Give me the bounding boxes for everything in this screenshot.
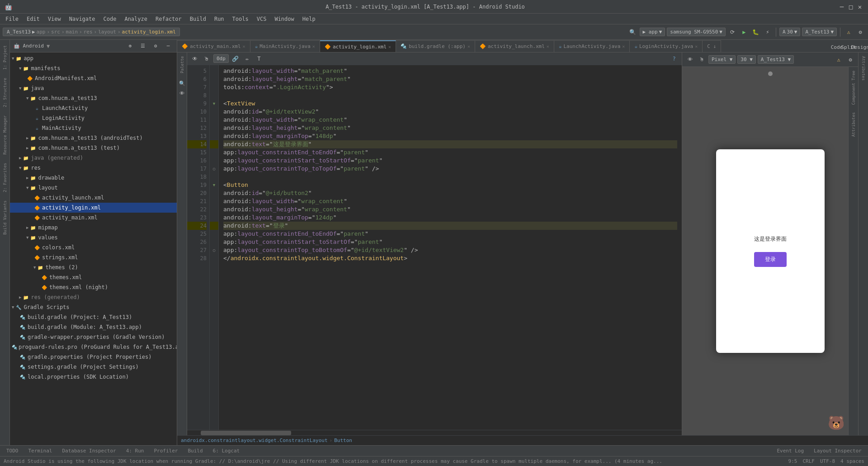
menu-help[interactable]: Help — [299, 15, 319, 23]
tab-close[interactable]: ✕ — [243, 44, 245, 49]
preview-api-dropdown[interactable]: 30 ▼ — [737, 55, 756, 64]
preview-pixel-dropdown[interactable]: Pixel ▼ — [708, 55, 736, 64]
tab-close[interactable]: ✕ — [695, 44, 698, 49]
bottom-tab-build[interactable]: Build — [183, 447, 207, 455]
tree-item-mainactivity[interactable]: ☕ MainActivity — [10, 123, 177, 133]
favorites-tab[interactable]: 2: Favorites — [1, 159, 9, 196]
tree-item-androidmanifest[interactable]: 🔶 AndroidManifest.xml — [10, 73, 177, 83]
tree-item-values[interactable]: ▼ 📁 values — [10, 233, 177, 243]
tree-item-manifests[interactable]: ▼ 📁 manifests — [10, 63, 177, 73]
menu-vcs[interactable]: VCS — [253, 15, 270, 23]
tree-item-build-mod[interactable]: 🔩 build.gradle (Module: A_Test13.app) — [10, 322, 177, 332]
search-icon[interactable]: 🔍 — [628, 27, 638, 37]
tree-item-java[interactable]: ▼ 📁 java — [10, 83, 177, 93]
code-text[interactable]: android:layout_width="match_parent" andr… — [219, 65, 682, 430]
tab-close[interactable]: ✕ — [312, 44, 315, 49]
palette-eye-icon[interactable]: 👁 — [177, 89, 187, 99]
tab-close[interactable]: ✕ — [547, 44, 549, 49]
menu-tools[interactable]: Tools — [229, 15, 252, 23]
tree-item-gradle-scripts[interactable]: ▼ 🔧 Gradle Scripts — [10, 302, 177, 312]
preview-variant-dropdown[interactable]: A_Test13 ▼ — [758, 55, 794, 64]
project-sync-icon[interactable]: ⊕ — [125, 41, 135, 51]
bottom-tab-event-log[interactable]: Event Log — [772, 447, 808, 455]
tree-item-themes-folder[interactable]: ▼ 📁 themes (2) — [10, 262, 177, 272]
run-icon[interactable]: ▶ — [739, 27, 749, 37]
preview-warning-icon[interactable]: ⚠ — [834, 55, 844, 65]
code-help-icon[interactable]: ? — [669, 54, 679, 64]
h-scrollbar[interactable] — [187, 430, 682, 435]
tab-loginactivity-java[interactable]: ☕ LoginActivity.java ✕ — [630, 40, 703, 52]
preview-settings-icon[interactable]: ⚙ — [845, 55, 855, 65]
tree-item-gradle-wrapper[interactable]: 🔩 gradle-wrapper.properties (Gradle Vers… — [10, 332, 177, 342]
tab-build-gradle[interactable]: 🔩 build.gradle (:app) ✕ — [396, 40, 475, 52]
tab-close[interactable]: ✕ — [467, 44, 470, 49]
api-dropdown[interactable]: A 30 ▼ — [779, 28, 801, 36]
tab-activity-launch-xml[interactable]: 🔶 activity_launch.xml ✕ — [475, 40, 554, 52]
minimize-btn[interactable]: ─ — [838, 3, 845, 10]
tree-item-activity-launch[interactable]: 🔶 activity_launch.xml — [10, 193, 177, 203]
breadcrumb-item-2[interactable]: Button — [334, 437, 352, 443]
menu-code[interactable]: Code — [100, 15, 120, 23]
device-dropdown[interactable]: samsung SM-G9550 ▼ — [667, 28, 726, 36]
menu-file[interactable]: File — [2, 15, 22, 23]
bottom-tab-run[interactable]: 4: Run — [122, 447, 149, 455]
dp-dropdown[interactable]: 0dp — [213, 54, 229, 63]
maximize-btn[interactable]: □ — [847, 3, 854, 10]
tab-close[interactable]: ✕ — [622, 44, 625, 49]
tab-activity-login-xml[interactable]: 🔶 activity_login.xml ✕ — [320, 40, 396, 52]
menu-window[interactable]: Window — [271, 15, 297, 23]
tree-item-layout[interactable]: ▼ 📁 layout — [10, 183, 177, 193]
bottom-tab-db-inspector[interactable]: Database Inspector — [57, 447, 120, 455]
tree-item-com-test[interactable]: ▶ 📁 com.hnucm.a_test13 (test) — [10, 143, 177, 153]
menu-view[interactable]: View — [44, 15, 65, 23]
attributes-label-strip[interactable]: Attributes — [860, 52, 867, 84]
close-btn[interactable]: ✕ — [856, 3, 863, 10]
sync-icon[interactable]: ⟳ — [727, 27, 737, 37]
bottom-tab-todo[interactable]: TODO — [2, 447, 23, 455]
code-text-icon[interactable]: T — [254, 54, 264, 64]
breadcrumb-item-1[interactable]: androidx.constraintlayout.widget.Constra… — [181, 437, 328, 443]
tab-activity-main-xml[interactable]: 🔶 activity_main.xml ✕ — [177, 40, 250, 52]
tree-item-local-props[interactable]: 🔩 local.properties (SDK Location) — [10, 372, 177, 382]
settings-icon[interactable]: ⚙ — [855, 27, 865, 37]
design-view-btn[interactable]: Design — [855, 42, 865, 52]
tree-item-app[interactable]: ▼ 📁 app — [10, 53, 177, 63]
tree-item-mipmap[interactable]: ▶ 📁 mipmap — [10, 223, 177, 233]
project-gear-icon[interactable]: ⚙ — [151, 41, 160, 51]
buildvariants-tab[interactable]: Build Variants — [1, 197, 9, 238]
project-btn[interactable]: A_Test13 ▶ app › src › main › res › layo… — [3, 28, 180, 36]
tree-item-build-proj[interactable]: 🔩 build.gradle (Project: A_Test13) — [10, 312, 177, 322]
component-tree-side-label[interactable]: Component Tree — [850, 67, 857, 109]
structure-tab[interactable]: 2: Structure — [1, 74, 9, 111]
tree-item-activity-main[interactable]: 🔶 activity_main.xml — [10, 213, 177, 223]
tree-item-gradle-props[interactable]: 🔩 gradle.properties (Project Properties) — [10, 352, 177, 362]
tree-item-com-androidtest[interactable]: ▶ 📁 com.hnucm.a_test13 (androidTest) — [10, 133, 177, 143]
preview-cursor-icon[interactable]: 🖱 — [697, 55, 707, 65]
scrollbar-thumb[interactable] — [201, 431, 291, 435]
tree-item-themes1[interactable]: 🔶 themes.xml — [10, 272, 177, 282]
tree-item-launchactivity[interactable]: ☕ LaunchActivity — [10, 103, 177, 113]
bottom-tab-logcat[interactable]: 6: Logcat — [208, 447, 245, 455]
tree-item-proguard[interactable]: 🔩 proguard-rules.pro (ProGuard Rules for… — [10, 342, 177, 352]
preview-eye-icon[interactable]: 👁 — [685, 55, 695, 65]
tab-launchactivity-java[interactable]: ☕ LaunchActivity.java ✕ — [554, 40, 630, 52]
tree-item-themes2[interactable]: 🔶 themes.xml (night) — [10, 282, 177, 292]
project-minimize-icon[interactable]: ─ — [163, 41, 173, 51]
warning-icon[interactable]: ⚠ — [844, 27, 854, 37]
menu-build[interactable]: Build — [186, 15, 210, 23]
tree-item-activity-login[interactable]: 🔶 activity_login.xml — [10, 203, 177, 213]
tree-item-strings[interactable]: 🔶 strings.xml — [10, 252, 177, 262]
bottom-tab-layout-inspector[interactable]: Layout Inspector — [809, 447, 866, 455]
code-cursor-icon[interactable]: 🖱 — [202, 54, 212, 64]
tree-item-drawable[interactable]: ▶ 📁 drawable — [10, 173, 177, 183]
tree-item-res-gen[interactable]: ▶ 📁 res (generated) — [10, 292, 177, 302]
code-edit-icon[interactable]: ✏ — [242, 54, 252, 64]
bottom-tab-terminal[interactable]: Terminal — [24, 447, 57, 455]
bottom-tab-profiler[interactable]: Profiler — [149, 447, 182, 455]
attributes-side-label[interactable]: Attributes — [850, 109, 857, 140]
tree-item-loginactivity[interactable]: ☕ LoginActivity — [10, 113, 177, 123]
tree-item-java-gen[interactable]: ▶ 📁 java (generated) — [10, 153, 177, 163]
menu-refactor[interactable]: Refactor — [152, 15, 185, 23]
module-dropdown[interactable]: ▶ app ▼ — [640, 28, 665, 36]
code-view-btn[interactable]: Code — [832, 42, 842, 52]
